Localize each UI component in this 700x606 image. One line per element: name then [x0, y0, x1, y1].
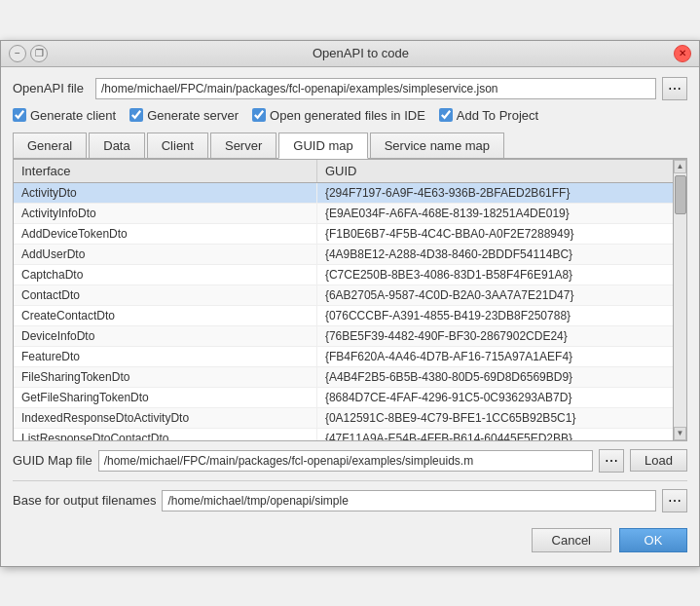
open-ide-label: Open generated files in IDE [270, 108, 425, 123]
base-output-input[interactable] [162, 490, 656, 511]
col-guid: GUID [316, 160, 673, 183]
cell-interface: CreateContactDto [14, 305, 316, 325]
cell-guid: {294F7197-6A9F-4E63-936B-2BFAED2B61FF} [316, 182, 673, 203]
generate-server-label: Generate server [147, 108, 239, 123]
cell-interface: IndexedResponseDtoActivityDto [14, 407, 316, 428]
table-row[interactable]: ContactDto{6AB2705A-9587-4C0D-B2A0-3AA7A… [14, 284, 673, 305]
cell-interface: ListResponseDtoContactDto [14, 428, 316, 440]
table-row[interactable]: AddUserDto{4A9B8E12-A288-4D38-8460-2BDDF… [14, 244, 673, 264]
guid-map-table: Interface GUID ActivityDto{294F7197-6A9F… [14, 160, 673, 440]
col-interface: Interface [14, 160, 316, 183]
minimize-button[interactable]: − [9, 45, 26, 62]
add-to-project-label: Add To Project [457, 108, 538, 123]
table-row[interactable]: ActivityInfoDto{E9AE034F-A6FA-468E-8139-… [14, 203, 673, 223]
dialog-buttons-row: Cancel OK [13, 522, 687, 556]
openapi-file-label: OpenAPI file [13, 81, 84, 95]
cancel-button[interactable]: Cancel [532, 528, 611, 552]
tab-service-name-map[interactable]: Service name map [370, 133, 504, 158]
guid-map-file-input[interactable] [98, 450, 593, 472]
cell-interface: DeviceInfoDto [14, 325, 316, 346]
openapi-file-browse-button[interactable]: ⋯ [662, 77, 687, 100]
cell-guid: {8684D7CE-4FAF-4296-91C5-0C936293AB7D} [316, 387, 673, 407]
table-row[interactable]: AddDeviceTokenDto{F1B0E6B7-4F5B-4C4C-BBA… [14, 223, 673, 244]
maximize-button[interactable]: ❐ [30, 45, 48, 62]
scroll-up-arrow[interactable]: ▲ [674, 160, 686, 173]
cell-guid: {E9AE034F-A6FA-468E-8139-18251A4DE019} [316, 203, 673, 223]
base-output-label: Base for output filenames [13, 493, 156, 508]
tab-data[interactable]: Data [89, 133, 144, 158]
window-title: OpenAPI to code [48, 46, 674, 60]
table-row[interactable]: FileSharingTokenDto{A4B4F2B5-6B5B-4380-8… [14, 366, 673, 387]
table-row[interactable]: DeviceInfoDto{76BE5F39-4482-490F-BF30-28… [14, 325, 673, 346]
cell-guid: {F1B0E6B7-4F5B-4C4C-BBA0-A0F2E7288949} [316, 223, 673, 244]
load-button[interactable]: Load [630, 449, 687, 472]
cell-interface: CaptchaDto [14, 264, 316, 284]
cell-guid: {4A9B8E12-A288-4D38-8460-2BDDF54114BC} [316, 244, 673, 264]
generate-server-checkbox[interactable]: Generate server [129, 108, 239, 123]
table-scroll-area[interactable]: Interface GUID ActivityDto{294F7197-6A9F… [14, 160, 673, 440]
cell-interface: GetFileSharingTokenDto [14, 387, 316, 407]
cell-guid: {76BE5F39-4482-490F-BF30-2867902CDE24} [316, 325, 673, 346]
table-row[interactable]: ActivityDto{294F7197-6A9F-4E63-936B-2BFA… [14, 182, 673, 203]
cell-interface: FeatureDto [14, 346, 316, 366]
cell-guid: {076CCCBF-A391-4855-B419-23DB8F250788} [316, 305, 673, 325]
generate-client-label: Generate client [30, 108, 116, 123]
scroll-thumb[interactable] [675, 175, 686, 214]
guid-map-file-label: GUID Map file [13, 453, 92, 468]
close-button[interactable]: ✕ [674, 45, 691, 62]
base-output-row: Base for output filenames ⋯ [13, 489, 687, 512]
cell-interface: AddUserDto [14, 244, 316, 264]
ok-button[interactable]: OK [619, 528, 687, 552]
cell-interface: FileSharingTokenDto [14, 366, 316, 387]
generate-client-checkbox[interactable]: Generate client [13, 108, 116, 123]
tab-client[interactable]: Client [147, 133, 208, 158]
dialog-content: OpenAPI file ⋯ Generate client Generate … [1, 67, 699, 566]
scroll-down-arrow[interactable]: ▼ [674, 427, 686, 440]
cell-guid: {C7CE250B-8BE3-4086-83D1-B58F4F6E91A8} [316, 264, 673, 284]
openapi-file-row: OpenAPI file ⋯ [13, 77, 687, 100]
tabs-row: General Data Client Server GUID map Serv… [13, 133, 687, 159]
table-row[interactable]: ListResponseDtoContactDto{47F11A9A-E54B-… [14, 428, 673, 440]
titlebar: − ❐ OpenAPI to code ✕ [1, 41, 699, 67]
cell-guid: {A4B4F2B5-6B5B-4380-80D5-69D8D6569BD9} [316, 366, 673, 387]
guid-map-file-row: GUID Map file ⋯ Load [13, 449, 687, 473]
add-to-project-checkbox[interactable]: Add To Project [439, 108, 538, 123]
tab-server[interactable]: Server [210, 133, 276, 158]
table-row[interactable]: GetFileSharingTokenDto{8684D7CE-4FAF-429… [14, 387, 673, 407]
table-row[interactable]: FeatureDto{FB4F620A-4A46-4D7B-AF16-715A9… [14, 346, 673, 366]
titlebar-right-controls: ✕ [674, 45, 691, 62]
guid-map-table-container: Interface GUID ActivityDto{294F7197-6A9F… [13, 159, 687, 441]
table-body: ActivityDto{294F7197-6A9F-4E63-936B-2BFA… [14, 182, 673, 440]
titlebar-controls: − ❐ [9, 45, 48, 62]
separator [13, 480, 687, 481]
tab-guid-map[interactable]: GUID map [278, 133, 367, 159]
scrollbar[interactable]: ▲ ▼ [673, 160, 686, 440]
cell-interface: ActivityInfoDto [14, 203, 316, 223]
openapi-file-input[interactable] [95, 78, 656, 99]
cell-guid: {FB4F620A-4A46-4D7B-AF16-715A97A1AEF4} [316, 346, 673, 366]
table-row[interactable]: CreateContactDto{076CCCBF-A391-4855-B419… [14, 305, 673, 325]
base-output-browse-button[interactable]: ⋯ [662, 489, 687, 512]
cell-guid: {0A12591C-8BE9-4C79-BFE1-1CC65B92B5C1} [316, 407, 673, 428]
table-header-row: Interface GUID [14, 160, 673, 183]
table-row[interactable]: CaptchaDto{C7CE250B-8BE3-4086-83D1-B58F4… [14, 264, 673, 284]
guid-map-file-browse-button[interactable]: ⋯ [599, 449, 624, 473]
cell-guid: {47F11A9A-E54B-4FFB-B614-60445F5ED2BB} [316, 428, 673, 440]
tab-general[interactable]: General [13, 133, 87, 158]
main-window: − ❐ OpenAPI to code ✕ OpenAPI file ⋯ Gen… [0, 40, 700, 567]
cell-interface: ContactDto [14, 284, 316, 305]
cell-interface: ActivityDto [14, 182, 316, 203]
cell-guid: {6AB2705A-9587-4C0D-B2A0-3AA7A7E21D47} [316, 284, 673, 305]
checkboxes-row: Generate client Generate server Open gen… [13, 108, 687, 123]
cell-interface: AddDeviceTokenDto [14, 223, 316, 244]
table-row[interactable]: IndexedResponseDtoActivityDto{0A12591C-8… [14, 407, 673, 428]
open-ide-checkbox[interactable]: Open generated files in IDE [252, 108, 425, 123]
